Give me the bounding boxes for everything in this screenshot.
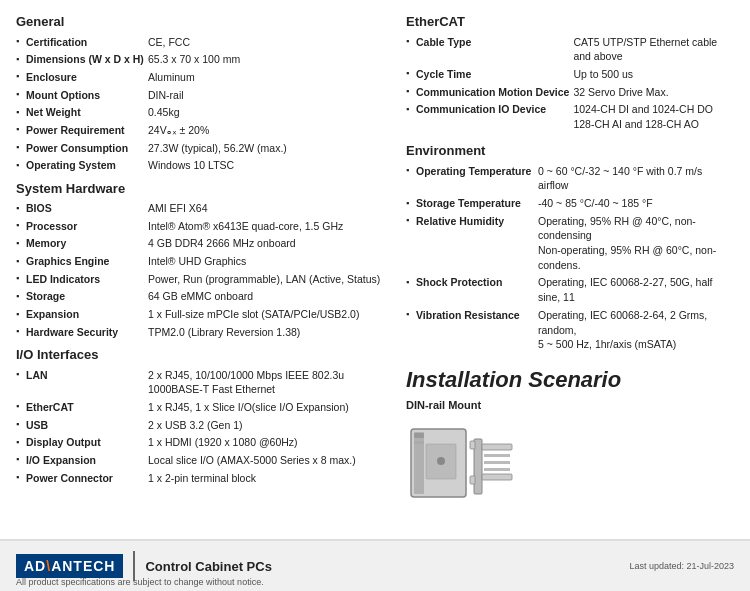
spec-value: 0.45kg <box>146 104 386 122</box>
spec-label: Storage Temperature <box>406 195 536 213</box>
ethercat-table: Cable TypeCAT5 UTP/STP Ethernet cable an… <box>406 33 734 133</box>
spec-label: Cable Type <box>406 33 571 65</box>
io-interfaces-table: LAN2 x RJ45, 10/100/1000 Mbps IEEE 802.3… <box>16 366 386 487</box>
table-row: Expansion1 x Full-size mPCIe slot (SATA/… <box>16 306 386 324</box>
spec-label: Communication Motion Device <box>406 83 571 101</box>
svg-rect-11 <box>484 454 510 457</box>
table-row: Memory4 GB DDR4 2666 MHz onboard <box>16 235 386 253</box>
spec-value: Intel® UHD Graphics <box>146 253 386 271</box>
table-row: BIOSAMI EFI X64 <box>16 200 386 218</box>
spec-value: AMI EFI X64 <box>146 200 386 218</box>
table-row: EtherCAT1 x RJ45, 1 x Slice I/O(slice I/… <box>16 398 386 416</box>
spec-value: 32 Servo Drive Max. <box>571 83 734 101</box>
io-interfaces-title: I/O Interfaces <box>16 347 386 362</box>
spec-label: Memory <box>16 235 146 253</box>
svg-rect-12 <box>484 461 510 464</box>
spec-value: Operating, 95% RH @ 40°C, non-condensing… <box>536 212 734 274</box>
ethercat-title: EtherCAT <box>406 14 734 29</box>
io-interfaces-section: I/O Interfaces LAN2 x RJ45, 10/100/1000 … <box>16 347 386 487</box>
spec-value: -40 ~ 85 °C/-40 ~ 185 °F <box>536 195 734 213</box>
spec-label: Dimensions (W x D x H) <box>16 51 146 69</box>
table-row: Hardware SecurityTPM2.0 (Library Reversi… <box>16 323 386 341</box>
environment-title: Environment <box>406 143 734 158</box>
spec-value: 65.3 x 70 x 100 mm <box>146 51 386 69</box>
table-row: Power Connector1 x 2-pin terminal block <box>16 469 386 487</box>
footer-tagline: Control Cabinet PCs <box>145 559 271 574</box>
table-row: USB2 x USB 3.2 (Gen 1) <box>16 416 386 434</box>
table-row: Net Weight0.45kg <box>16 104 386 122</box>
spec-label: USB <box>16 416 146 434</box>
spec-label: Storage <box>16 288 146 306</box>
table-row: Operating Temperature0 ~ 60 °C/-32 ~ 140… <box>406 162 734 194</box>
system-hardware-table: BIOSAMI EFI X64ProcessorIntel® Atom® x64… <box>16 200 386 342</box>
table-row: EnclosureAluminum <box>16 68 386 86</box>
logo-text2: ANTECH <box>51 558 115 574</box>
spec-value: 1 x HDMI (1920 x 1080 @60Hz) <box>146 434 386 452</box>
table-row: Communication IO Device1024-CH DI and 10… <box>406 101 734 133</box>
svg-rect-7 <box>470 441 475 449</box>
spec-label: Vibration Resistance <box>406 306 536 353</box>
table-row: Power Consumption27.3W (typical), 56.2W … <box>16 139 386 157</box>
spec-value: 1 x 2-pin terminal block <box>146 469 386 487</box>
svg-rect-5 <box>414 441 424 444</box>
spec-value: TPM2.0 (Library Reversion 1.38) <box>146 323 386 341</box>
environment-section: Environment Operating Temperature0 ~ 60 … <box>406 143 734 353</box>
table-row: Vibration ResistanceOperating, IEC 60068… <box>406 306 734 353</box>
spec-value: 2 x RJ45, 10/100/1000 Mbps IEEE 802.3u10… <box>146 366 386 398</box>
spec-value: DIN-rail <box>146 86 386 104</box>
installation-title: Installation Scenario <box>406 367 734 393</box>
table-row: Graphics EngineIntel® UHD Graphics <box>16 253 386 271</box>
svg-rect-9 <box>482 444 512 450</box>
spec-label: Display Output <box>16 434 146 452</box>
svg-rect-4 <box>414 433 424 438</box>
table-row: Operating SystemWindows 10 LTSC <box>16 157 386 175</box>
spec-value: Intel® Atom® x6413E quad-core, 1.5 GHz <box>146 217 386 235</box>
general-table: CertificationCE, FCCDimensions (W x D x … <box>16 33 386 175</box>
spec-value: 64 GB eMMC onboard <box>146 288 386 306</box>
device-illustration <box>406 419 526 509</box>
device-image-area <box>406 419 734 509</box>
spec-value: 1 x RJ45, 1 x Slice I/O(slice I/O Expans… <box>146 398 386 416</box>
installation-section: Installation Scenario DIN-rail Mount <box>406 367 734 509</box>
spec-label: Net Weight <box>16 104 146 122</box>
installation-subtitle: DIN-rail Mount <box>406 399 734 411</box>
general-title: General <box>16 14 386 29</box>
table-row: Relative HumidityOperating, 95% RH @ 40°… <box>406 212 734 274</box>
spec-value: CE, FCC <box>146 33 386 51</box>
table-row: LAN2 x RJ45, 10/100/1000 Mbps IEEE 802.3… <box>16 366 386 398</box>
svg-rect-13 <box>484 468 510 471</box>
spec-value: Operating, IEC 60068-2-64, 2 Grms, rando… <box>536 306 734 353</box>
system-hardware-title: System Hardware <box>16 181 386 196</box>
spec-label: Expansion <box>16 306 146 324</box>
spec-value: 1 x Full-size mPCIe slot (SATA/PCIe/USB2… <box>146 306 386 324</box>
footer-date: Last updated: 21-Jul-2023 <box>629 561 734 571</box>
spec-value: 2 x USB 3.2 (Gen 1) <box>146 416 386 434</box>
spec-label: Shock Protection <box>406 274 536 306</box>
system-hardware-section: System Hardware BIOSAMI EFI X64Processor… <box>16 181 386 342</box>
spec-label: LED Indicators <box>16 270 146 288</box>
spec-value: Operating, IEC 60068-2-27, 50G, half sin… <box>536 274 734 306</box>
table-row: ProcessorIntel® Atom® x6413E quad-core, … <box>16 217 386 235</box>
spec-label: Certification <box>16 33 146 51</box>
spec-value: Windows 10 LTSC <box>146 157 386 175</box>
spec-label: Power Consumption <box>16 139 146 157</box>
spec-value: Local slice I/O (AMAX-5000 Series x 8 ma… <box>146 451 386 469</box>
spec-label: Communication IO Device <box>406 101 571 133</box>
spec-label: Power Requirement <box>16 121 146 139</box>
spec-value: Up to 500 us <box>571 65 734 83</box>
spec-value: Aluminum <box>146 68 386 86</box>
spec-label: Relative Humidity <box>406 212 536 274</box>
table-row: Cable TypeCAT5 UTP/STP Ethernet cable an… <box>406 33 734 65</box>
spec-label: LAN <box>16 366 146 398</box>
spec-label: I/O Expansion <box>16 451 146 469</box>
spec-label: Power Connector <box>16 469 146 487</box>
table-row: Storage Temperature-40 ~ 85 °C/-40 ~ 185… <box>406 195 734 213</box>
ethercat-section: EtherCAT Cable TypeCAT5 UTP/STP Ethernet… <box>406 14 734 133</box>
footer: AD\ANTECH Control Cabinet PCs Last updat… <box>0 539 750 591</box>
spec-label: Mount Options <box>16 86 146 104</box>
logo-text: AD <box>24 558 46 574</box>
table-row: Cycle TimeUp to 500 us <box>406 65 734 83</box>
table-row: I/O ExpansionLocal slice I/O (AMAX-5000 … <box>16 451 386 469</box>
table-row: CertificationCE, FCC <box>16 33 386 51</box>
spec-label: BIOS <box>16 200 146 218</box>
